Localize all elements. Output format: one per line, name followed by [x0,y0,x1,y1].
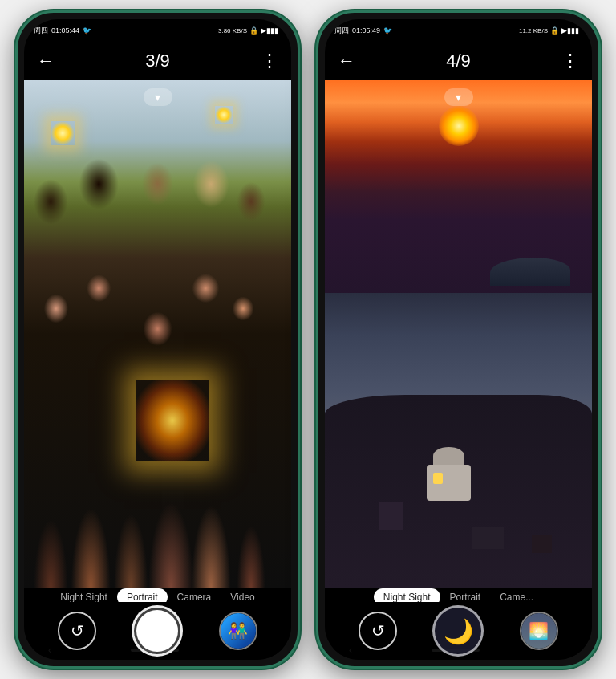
dropdown-chevron-1[interactable]: ▾ [144,88,172,106]
status-bar-1: 周四 01:05:44 🐦 3.86 KB/S 🔒 ▶▮▮▮ [24,19,291,42]
nav-bar-2: ← 4/9 ⋮ [325,42,592,80]
window-light-2 [433,473,443,484]
white-building-2 [427,465,471,501]
phone-2-screen: 周四 01:05:49 🐦 11.2 KB/S 🔒 ▶▮▮▮ ← 4/9 ⋮ [325,19,592,660]
mode-night-sight-1[interactable]: Night Sight [51,588,117,602]
scene-2 [325,80,592,588]
status-time-1: 01:05:44 [51,26,79,35]
chevron-down-icon-1: ▾ [155,91,160,104]
gallery-img-2: 🌅 [529,621,549,640]
mode-camera-1[interactable]: Camera [168,588,221,602]
signal-info-1: 3.86 KB/S [218,27,247,35]
building-dark-3 [532,535,552,553]
gallery-thumb-1: 👫 [221,613,256,649]
mode-portrait-2[interactable]: Portrait [440,588,491,602]
nav-bar-1: ← 3/9 ⋮ [24,42,291,80]
sparkler-main-1 [136,380,209,461]
status-left-1: 周四 01:05:44 🐦 [34,26,91,36]
gallery-button-2[interactable]: 🌅 [520,612,558,650]
status-left-2: 周四 01:05:49 🐦 [334,26,392,36]
nav-title-1: 3/9 [145,51,170,71]
battery-icon-2: ▶▮▮▮ [561,26,579,35]
rotate-icon-1: ↺ [71,621,84,640]
camera-controls-1: Night Sight Portrait Camera Video ↺ 👫 [24,588,291,660]
photo-area-2: ▾ [325,80,592,588]
photo-area-1: ▾ [24,80,291,588]
gallery-img-1: 👫 [228,621,248,640]
moon-icon-2: 🌙 [444,617,473,645]
buildings-2 [325,395,592,588]
back-button-2[interactable]: ← [338,51,355,71]
status-icon-2: 🐦 [383,26,392,35]
sun-glow-2 [439,106,479,146]
signal-info-2: 11.2 KB/S [519,27,548,35]
shutter-button-1[interactable] [132,605,183,657]
controls-row-1: ↺ 👫 [24,602,291,660]
dome-2 [433,447,464,465]
sparkler-top-right [215,106,233,124]
mode-portrait-1[interactable]: Portrait [117,588,168,602]
status-day-1: 周四 [34,26,48,36]
shutter-inner-1 [136,610,178,652]
status-right-2: 11.2 KB/S 🔒 ▶▮▮▮ [519,26,579,35]
status-right-1: 3.86 KB/S 🔒 ▶▮▮▮ [218,26,278,35]
wifi-icon-2: 🔒 [550,26,559,35]
island-2 [490,258,570,286]
status-bar-2: 周四 01:05:49 🐦 11.2 KB/S 🔒 ▶▮▮▮ [325,19,592,42]
battery-icon-1: ▶▮▮▮ [261,26,278,35]
dropdown-chevron-2[interactable]: ▾ [444,88,473,106]
status-time-2: 01:05:49 [352,26,380,35]
hair-1 [24,131,291,308]
gallery-thumb-2: 🌅 [521,613,557,649]
night-shutter-2[interactable]: 🌙 [432,605,484,657]
wifi-icon-1: 🔒 [249,26,258,35]
more-button-1[interactable]: ⋮ [261,51,278,71]
more-button-2[interactable]: ⋮ [561,51,579,71]
camera-controls-2: Night Sight Portrait Came... ↺ 🌙 🌅 [325,588,592,660]
phone-2-frame: 周四 01:05:49 🐦 11.2 KB/S 🔒 ▶▮▮▮ ← 4/9 ⋮ [316,10,601,669]
mode-video-1[interactable]: Video [221,588,264,602]
scene-1 [24,80,291,588]
status-day-2: 周四 [334,26,349,36]
phone-1-screen: 周四 01:05:44 🐦 3.86 KB/S 🔒 ▶▮▮▮ ← 3/9 ⋮ [24,19,291,660]
nav-title-2: 4/9 [446,51,471,71]
status-icon-1: 🐦 [83,26,91,35]
phone-2: 周四 01:05:49 🐦 11.2 KB/S 🔒 ▶▮▮▮ ← 4/9 ⋮ [316,10,601,669]
mode-selector-1: Night Sight Portrait Camera Video [24,588,291,602]
chevron-down-icon-2: ▾ [456,91,461,104]
mode-night-sight-2[interactable]: Night Sight [374,588,440,602]
sparkler-top-left [51,121,75,145]
mode-selector-2: Night Sight Portrait Came... [325,588,592,602]
building-dark-2 [472,527,504,549]
phone-1-frame: 周四 01:05:44 🐦 3.86 KB/S 🔒 ▶▮▮▮ ← 3/9 ⋮ [15,10,300,669]
controls-row-2: ↺ 🌙 🌅 [325,602,592,660]
rotate-button-1[interactable]: ↺ [58,612,96,650]
rotate-icon-2: ↺ [371,621,385,640]
building-dark-1 [379,502,403,530]
phone-1: 周四 01:05:44 🐦 3.86 KB/S 🔒 ▶▮▮▮ ← 3/9 ⋮ [15,10,300,669]
gallery-button-1[interactable]: 👫 [219,612,257,650]
back-button-1[interactable]: ← [37,51,55,71]
mode-camera-2[interactable]: Came... [490,588,543,602]
rotate-button-2[interactable]: ↺ [359,612,397,650]
